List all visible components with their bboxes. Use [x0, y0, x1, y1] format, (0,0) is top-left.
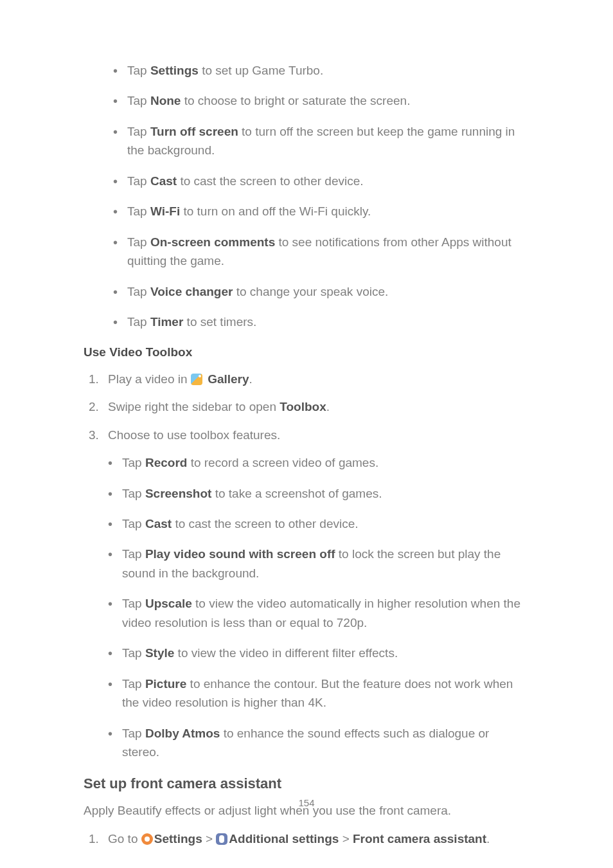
step-item: Choose to use toolbox features. Tap Reco…: [89, 426, 529, 762]
step-item: Swipe right the sidebar to open Toolbox.: [89, 397, 529, 416]
use-video-toolbox-heading: Use Video Toolbox: [84, 343, 529, 361]
list-item: Tap Upscale to view the video automatica…: [108, 594, 529, 632]
list-item: Tap Voice changer to change your speak v…: [113, 282, 529, 301]
list-item: Tap Picture to enhance the contour. But …: [108, 674, 529, 712]
gallery-icon: [191, 374, 202, 385]
step-item: Play a video in Gallery.: [89, 370, 529, 388]
list-item: Tap Timer to set timers.: [113, 312, 529, 331]
list-item: Tap On-screen comments to see notificati…: [113, 233, 529, 271]
front-camera-heading: Set up front camera assistant: [84, 773, 529, 795]
toolbox-feature-bullets: Tap Record to record a screen video of g…: [108, 453, 529, 761]
list-item: Tap Style to view the video in different…: [108, 644, 529, 662]
step-item: Go to Settings > Additional settings > F…: [89, 829, 529, 848]
front-camera-steps: Go to Settings > Additional settings > F…: [89, 829, 529, 848]
list-item: Tap Cast to cast the screen to other dev…: [113, 172, 529, 190]
list-item: Tap Screenshot to take a screenshot of g…: [108, 484, 529, 503]
settings-icon: [141, 833, 153, 845]
list-item: Tap Record to record a screen video of g…: [108, 453, 529, 472]
list-item: Tap Dolby Atmos to enhance the sound eff…: [108, 724, 529, 762]
game-turbo-bullets: Tap Settings to set up Game Turbo. Tap N…: [113, 61, 529, 331]
page-number: 154: [84, 795, 529, 810]
video-toolbox-steps: Play a video in Gallery. Swipe right the…: [89, 370, 529, 762]
list-item: Tap Turn off screen to turn off the scre…: [113, 122, 529, 160]
list-item: Tap Play video sound with screen off to …: [108, 545, 529, 583]
list-item: Tap Wi-Fi to turn on and off the Wi-Fi q…: [113, 202, 529, 221]
list-item: Tap Cast to cast the screen to other dev…: [108, 514, 529, 533]
list-item: Tap None to choose to bright or saturate…: [113, 91, 529, 110]
additional-settings-icon: [216, 833, 227, 845]
list-item: Tap Settings to set up Game Turbo.: [113, 61, 529, 80]
